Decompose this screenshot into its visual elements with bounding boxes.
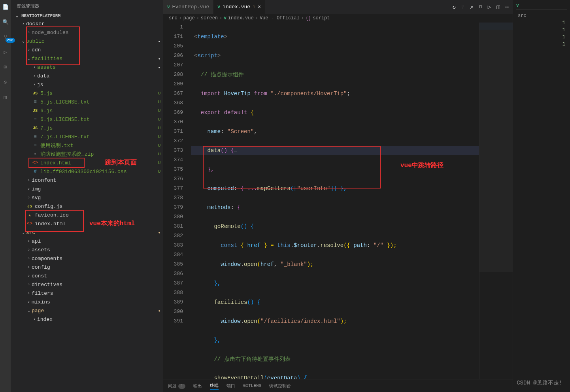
- terminal-tab-ports[interactable]: 端口: [226, 382, 235, 390]
- sidebar-title: 资源管理器: [11, 0, 163, 12]
- tabs-bar: V EventPop.vue V index.vue 1 × ↻ ⑂ ↗ ⊟ ▷…: [163, 0, 513, 14]
- right-pane-src[interactable]: src: [516, 12, 567, 19]
- section-label: NEATIOTPLATFORM: [21, 13, 60, 18]
- breadcrumb[interactable]: src› page› screen› Vindex.vue› Vue - Off…: [163, 14, 513, 23]
- terminal-tab-debug[interactable]: 调试控制台: [269, 382, 291, 390]
- close-icon[interactable]: ×: [258, 4, 261, 10]
- watermark: CSDN @见路不走!: [517, 379, 562, 386]
- compare-icon[interactable]: ⊟: [479, 4, 482, 10]
- chevron-down-icon: ⌄: [14, 13, 20, 18]
- search-icon[interactable]: 🔍: [2, 18, 9, 26]
- right-split-pane: V src 1 1 1 1: [513, 0, 570, 392]
- folder-docker[interactable]: ›docker: [11, 19, 163, 28]
- folder-svg[interactable]: ›svg: [11, 193, 163, 202]
- folder-directives[interactable]: ›directives: [11, 280, 163, 289]
- folder-iconfont[interactable]: ›iconfont: [11, 176, 163, 185]
- folder-js[interactable]: ›js: [11, 80, 163, 89]
- folder-config[interactable]: ›config: [11, 263, 163, 271]
- file-libcss[interactable]: #lib.ff031d063300c1021156.css U: [11, 167, 163, 176]
- folder-page[interactable]: ⌄page ●: [11, 306, 163, 315]
- file-6lic[interactable]: ≡6.js.LICENSE.txt U: [11, 115, 163, 124]
- explorer-icon[interactable]: 📄: [2, 3, 9, 11]
- folder-public[interactable]: ⌄public ●: [11, 37, 163, 45]
- remote-icon[interactable]: ⎋: [2, 78, 9, 86]
- folder-assets[interactable]: ›assets ●: [11, 63, 163, 72]
- file-6js[interactable]: JS6.js U: [11, 106, 163, 115]
- file-manual[interactable]: ≡使用说明.txt U: [11, 141, 163, 150]
- minimap[interactable]: [479, 23, 513, 379]
- code-content[interactable]: <template> <script> // 描点提示组件 import Hov…: [191, 23, 479, 379]
- file-favicon[interactable]: ★favicon.ico: [11, 211, 163, 219]
- tab-modified-badge: 1: [253, 5, 255, 9]
- file-indexhtml-public[interactable]: <>index.html: [11, 219, 163, 228]
- file-configjs[interactable]: JSconfig.js: [11, 202, 163, 211]
- folder-components[interactable]: ›components: [11, 254, 163, 263]
- file-tree: ›docker ›node_modules ⌄public ● ›cdn ⌄fa…: [11, 19, 163, 392]
- folder-assets2[interactable]: ›assets: [11, 245, 163, 254]
- run-icon[interactable]: ▷: [488, 4, 491, 10]
- graph-icon[interactable]: ⑂: [461, 4, 464, 10]
- folder-const[interactable]: ›const: [11, 271, 163, 280]
- extensions-icon[interactable]: ⊞: [2, 63, 9, 71]
- vue-icon: V: [167, 5, 170, 9]
- more-icon[interactable]: ⋯: [506, 4, 509, 10]
- tab-actions: ↻ ⑂ ↗ ⊟ ▷ ◫ ⋯: [452, 0, 513, 14]
- history-icon[interactable]: ↻: [452, 4, 455, 10]
- file-indexhtml-facilities[interactable]: <>index.html U: [11, 158, 163, 167]
- folder-data[interactable]: ›data: [11, 72, 163, 80]
- tab-index[interactable]: V index.vue 1 ×: [213, 0, 265, 14]
- sidebar-project[interactable]: ⌄ NEATIOTPLATFORM: [11, 12, 163, 19]
- file-5js[interactable]: JS5.js U: [11, 89, 163, 98]
- tab-label: index.vue: [223, 4, 250, 10]
- editor-area: V EventPop.vue V index.vue 1 × ↻ ⑂ ↗ ⊟ ▷…: [163, 0, 513, 392]
- file-7js[interactable]: JS7.js U: [11, 124, 163, 132]
- arrow-icon[interactable]: ↗: [470, 4, 473, 10]
- folder-facilities[interactable]: ⌄facilities ●: [11, 54, 163, 63]
- folder-src[interactable]: ⌄src ●: [11, 228, 163, 237]
- vue-icon: V: [217, 5, 220, 9]
- folder-filters[interactable]: ›filters: [11, 289, 163, 298]
- folder-index[interactable]: ›index: [11, 315, 163, 324]
- terminal-tab-output[interactable]: 输出: [193, 382, 202, 390]
- activity-bar: 📄 🔍 ⑂ 298 ▷ ⊞ ⎋ ◫: [0, 0, 11, 392]
- split-icon[interactable]: ◫: [496, 4, 500, 10]
- folder-node-modules[interactable]: ›node_modules: [11, 28, 163, 37]
- terminal-panel: 问题1 输出 终端 端口 GITLENS 调试控制台: [163, 379, 513, 392]
- sidebar: 资源管理器 ⌄ NEATIOTPLATFORM ›docker ›node_mo…: [11, 0, 163, 392]
- debug-icon[interactable]: ▷: [2, 48, 9, 56]
- tab-eventpop[interactable]: V EventPop.vue: [163, 0, 213, 14]
- code-editor[interactable]: 1 171 205 206 207 208 209› 367 368 369 3…: [163, 23, 513, 379]
- terminal-tab-problems[interactable]: 问题1: [168, 382, 185, 390]
- file-zip[interactable]: ▫消防设施监控系统.zip U: [11, 150, 163, 158]
- terminal-tab-gitlens[interactable]: GITLENS: [243, 383, 261, 389]
- terminal-tab-terminal[interactable]: 终端: [210, 382, 219, 390]
- file-7lic[interactable]: ≡7.js.LICENSE.txt U: [11, 132, 163, 141]
- docker-icon[interactable]: ◫: [2, 93, 9, 101]
- folder-mixins[interactable]: ›mixins: [11, 298, 163, 306]
- file-5lic[interactable]: ≡5.js.LICENSE.txt U: [11, 98, 163, 106]
- folder-api[interactable]: ›api: [11, 237, 163, 245]
- folder-img[interactable]: ›img: [11, 185, 163, 193]
- folder-cdn[interactable]: ›cdn: [11, 45, 163, 54]
- line-gutter: 1 171 205 206 207 208 209› 367 368 369 3…: [163, 23, 191, 379]
- tab-label: EventPop.vue: [172, 4, 210, 10]
